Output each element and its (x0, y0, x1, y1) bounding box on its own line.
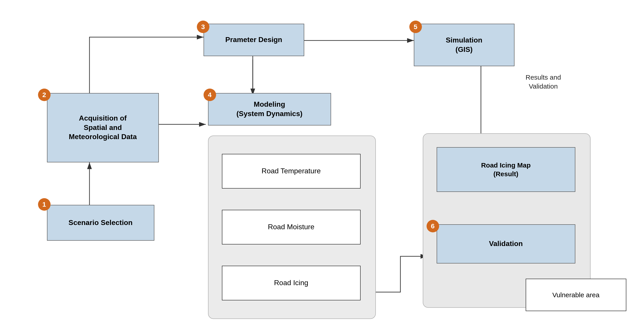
validation-box: Validation (437, 224, 575, 264)
road-moisture-box: Road Moisture (222, 210, 360, 244)
parameter-box: Prameter Design (204, 24, 304, 56)
badge-6: 6 (426, 220, 439, 232)
scenario-box: Scenario Selection (47, 205, 154, 241)
road-icing-map-box: Road Icing Map (Result) (437, 147, 575, 192)
badge-3: 3 (197, 20, 209, 33)
modeling-box: Modeling (System Dynamics) (208, 93, 331, 126)
badge-2: 2 (38, 88, 50, 101)
modeling-container: Road Temperature Road Moisture Road Icin… (208, 136, 376, 319)
simulation-box: Simulation (GIS) (414, 24, 514, 66)
badge-1: 1 (38, 198, 50, 211)
road-temp-box: Road Temperature (222, 154, 360, 188)
vulnerable-area-box: Vulnerable area (526, 279, 626, 311)
acquisition-box: Acquisition of Spatial and Meteorologica… (47, 93, 159, 162)
results-validation-label: Results and Validation (526, 73, 561, 91)
road-icing-box: Road Icing (222, 266, 360, 300)
badge-4: 4 (204, 88, 216, 101)
diagram: 1 Scenario Selection 2 Acquisition of Sp… (20, 10, 624, 319)
badge-5: 5 (409, 20, 422, 33)
